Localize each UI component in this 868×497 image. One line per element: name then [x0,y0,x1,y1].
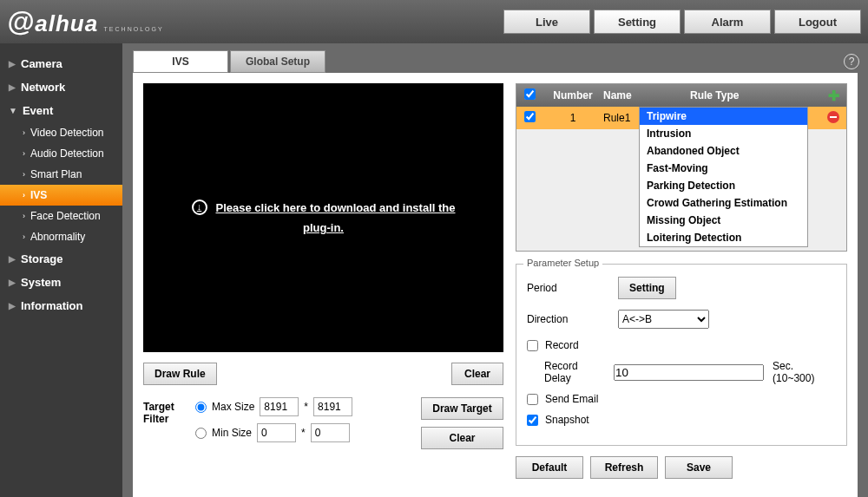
sidebar-smart-plan[interactable]: ›Smart Plan [0,164,122,185]
min-height-input[interactable] [311,423,350,442]
target-filter-label: Target Filter [143,397,195,425]
dropdown-item[interactable]: Tripwire [640,108,807,125]
min-width-input[interactable] [257,423,296,442]
record-checkbox[interactable] [527,340,538,351]
record-label: Record [545,339,579,351]
dropdown-item[interactable]: Intrusion [640,125,807,142]
col-name: Name [603,89,690,101]
video-preview: ↓ Please click here to download and inst… [143,83,503,352]
tab-global-setup[interactable]: Global Setup [230,50,326,73]
record-delay-unit: Sec. (10~300) [773,360,836,384]
add-rule-icon[interactable]: ✚ [828,88,839,103]
rule-checkbox[interactable] [524,111,536,122]
nav-live[interactable]: Live [503,10,590,34]
refresh-button[interactable]: Refresh [590,456,658,479]
col-number: Number [542,89,603,101]
sidebar-network[interactable]: ▶Network [0,75,122,99]
param-legend: Parameter Setup [523,258,602,268]
dropdown-item[interactable]: Fast-Moving [640,160,807,177]
default-button[interactable]: Default [516,456,583,479]
record-delay-label: Record Delay [544,360,605,384]
sidebar-ivs[interactable]: ›IVS [0,185,122,206]
tab-ivs[interactable]: IVS [133,50,228,73]
dropdown-item[interactable]: Abandoned Object [640,142,807,160]
plugin-download-link[interactable]: ↓ Please click here to download and inst… [192,198,456,239]
nav-setting[interactable]: Setting [594,10,681,34]
max-width-input[interactable] [260,397,299,416]
sidebar-system[interactable]: ▶System [0,271,122,294]
rules-select-all[interactable] [524,88,536,100]
snapshot-label: Snapshot [545,414,589,426]
dropdown-item[interactable]: Crowd Gathering Estimation [640,194,807,212]
sidebar-event[interactable]: ▼Event [0,99,122,122]
dropdown-item[interactable]: Missing Object [640,212,807,229]
rule-number: 1 [542,112,603,124]
min-size-radio[interactable] [195,428,207,439]
dropdown-item[interactable]: Loitering Detection [640,229,807,246]
clear-rule-button[interactable]: Clear [451,363,503,385]
snapshot-checkbox[interactable] [527,415,538,426]
nav-logout[interactable]: Logout [774,10,861,34]
delete-rule-icon[interactable] [827,111,839,123]
max-size-radio[interactable] [195,402,207,413]
max-height-input[interactable] [313,397,352,416]
clear-target-button[interactable]: Clear [421,427,503,449]
record-delay-input[interactable] [614,364,764,381]
sidebar-face-detection[interactable]: ›Face Detection [0,206,122,226]
sidebar: ▶Camera ▶Network ▼Event ›Video Detection… [0,43,122,497]
save-button[interactable]: Save [665,456,733,479]
dropdown-item[interactable]: Parking Detection [640,177,807,194]
sidebar-video-detection[interactable]: ›Video Detection [0,122,122,143]
col-type: Rule Type [690,89,820,101]
send-email-label: Send Email [545,393,598,405]
sidebar-audio-detection[interactable]: ›Audio Detection [0,143,122,164]
period-label: Period [527,282,609,294]
rule-type-dropdown[interactable]: Tripwire Intrusion Abandoned Object Fast… [639,107,808,247]
sidebar-storage[interactable]: ▶Storage [0,247,122,271]
period-setting-button[interactable]: Setting [618,277,676,299]
sidebar-information[interactable]: ▶Information [0,294,122,317]
help-icon[interactable]: ? [844,54,859,69]
download-icon: ↓ [192,199,207,215]
sidebar-camera[interactable]: ▶Camera [0,52,122,75]
logo: @alhua TECHNOLOGY [7,6,164,38]
nav-alarm[interactable]: Alarm [684,10,771,34]
direction-select[interactable]: A<->B [618,310,709,329]
parameter-setup: Parameter Setup Period Setting Direction… [516,264,847,446]
draw-rule-button[interactable]: Draw Rule [143,363,217,385]
draw-target-button[interactable]: Draw Target [421,397,503,420]
min-size-label: Min Size [212,427,252,439]
direction-label: Direction [527,313,609,325]
send-email-checkbox[interactable] [527,394,538,405]
max-size-label: Max Size [212,401,254,413]
sidebar-abnormality[interactable]: ›Abnormality [0,226,122,247]
